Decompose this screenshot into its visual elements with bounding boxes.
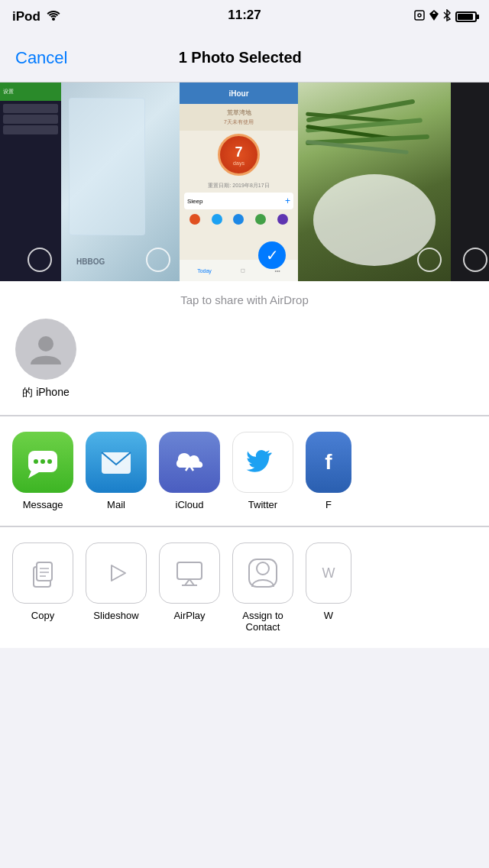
action-airplay[interactable]: AirPlay <box>159 542 220 633</box>
message-icon <box>12 432 73 493</box>
bluetooth-icon <box>443 9 451 24</box>
photo-strip: 设置 HBBOG iHour 荒草湾地 7天未有使用 7 days 重置 <box>0 83 489 281</box>
svg-point-0 <box>52 18 55 21</box>
assign-contact-label: Assign toContact <box>242 610 283 633</box>
facebook-icon: f <box>306 432 351 493</box>
airplay-icon-box <box>159 542 220 604</box>
cancel-button[interactable]: Cancel <box>15 48 67 68</box>
twitter-icon <box>232 432 293 493</box>
photo-thumb-2[interactable]: HBBOG <box>61 83 180 281</box>
photo-2-select[interactable] <box>146 248 170 272</box>
location-icon <box>429 10 439 24</box>
svg-point-18 <box>257 562 269 575</box>
more-icon-box: W <box>306 542 351 604</box>
svg-rect-16 <box>177 562 202 579</box>
utility-actions-row: Copy Slideshow AirPlay <box>0 527 489 648</box>
share-twitter[interactable]: Twitter <box>232 432 293 510</box>
status-right <box>414 9 477 24</box>
share-icloud[interactable]: iCloud <box>159 432 220 510</box>
copy-icon-box <box>12 542 73 604</box>
action-assign-contact[interactable]: Assign toContact <box>232 542 293 633</box>
airdrop-device-iphone[interactable]: 的 iPhone <box>15 319 76 400</box>
photo-thumb-1[interactable]: 设置 <box>0 83 61 281</box>
facebook-label: F <box>325 499 332 510</box>
status-bar: iPod 11:27 <box>0 0 489 34</box>
photo-3-selected[interactable]: ✓ <box>258 241 286 269</box>
device-avatar <box>15 319 76 380</box>
nav-title: 1 Photo Selected <box>179 49 302 66</box>
photo-1-select[interactable] <box>28 248 52 272</box>
copy-label: Copy <box>31 610 54 621</box>
svg-point-7 <box>40 459 45 464</box>
share-facebook[interactable]: f F <box>306 432 351 510</box>
battery-icon <box>455 11 477 22</box>
photo-thumb-4[interactable] <box>298 83 451 281</box>
mail-label: Mail <box>107 499 125 510</box>
svg-rect-11 <box>37 562 52 581</box>
mail-icon <box>86 432 147 493</box>
more-label: W <box>324 610 333 621</box>
airdrop-devices-list: 的 iPhone <box>15 319 474 400</box>
icloud-label: iCloud <box>176 499 204 510</box>
airplay-label: AirPlay <box>173 610 205 621</box>
status-time: 11:27 <box>228 8 261 23</box>
twitter-label: Twitter <box>248 499 277 510</box>
icloud-icon <box>159 432 220 493</box>
svg-marker-15 <box>112 565 125 581</box>
photo-5-select[interactable] <box>463 248 487 272</box>
svg-point-3 <box>38 336 53 351</box>
share-mail[interactable]: Mail <box>86 432 147 510</box>
action-slideshow[interactable]: Slideshow <box>86 542 147 633</box>
svg-rect-1 <box>415 11 424 20</box>
action-copy[interactable]: Copy <box>12 542 73 633</box>
action-more[interactable]: W W <box>306 542 351 633</box>
slideshow-label: Slideshow <box>93 610 138 621</box>
svg-point-2 <box>418 14 421 17</box>
share-actions-row: Message Mail iCloud Twitter <box>0 416 489 526</box>
device-name: 的 iPhone <box>22 386 69 400</box>
status-left: iPod <box>12 9 60 24</box>
wifi-icon <box>47 9 60 24</box>
airdrop-section: Tap to share with AirDrop 的 iPhone <box>0 281 489 416</box>
share-message[interactable]: Message <box>12 432 73 510</box>
lock-icon <box>414 10 425 24</box>
photo-thumb-5[interactable] <box>451 83 489 281</box>
slideshow-icon-box <box>86 542 147 604</box>
contact-icon-box <box>232 542 293 604</box>
svg-point-8 <box>47 459 52 464</box>
airdrop-prompt: Tap to share with AirDrop <box>15 293 474 306</box>
svg-point-6 <box>34 459 38 464</box>
message-label: Message <box>23 499 63 510</box>
carrier-label: iPod <box>12 9 40 24</box>
photo-thumb-3[interactable]: iHour 荒草湾地 7天未有使用 7 days 重置日期: 2019年8月17… <box>180 83 298 281</box>
photo-4-select[interactable] <box>417 248 442 272</box>
nav-bar: Cancel 1 Photo Selected <box>0 34 489 83</box>
